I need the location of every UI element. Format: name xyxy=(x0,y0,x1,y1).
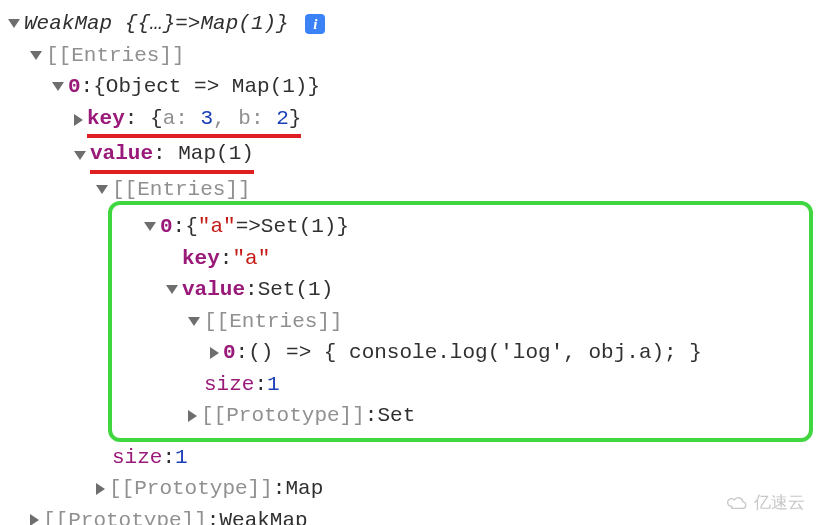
info-icon[interactable]: i xyxy=(305,14,325,34)
entry-0-row[interactable]: 0 : {Object => Map(1)} xyxy=(8,71,813,103)
key-b-val: 2 xyxy=(276,107,289,130)
inner-key-value: "a" xyxy=(232,243,270,275)
map-proto-label: [[Prototype]] xyxy=(109,473,273,505)
inner-value-summary: Set(1) xyxy=(258,274,334,306)
set-entry-0-row[interactable]: 0 : () => { console.log('log', obj.a); } xyxy=(122,337,799,369)
inner-value-row[interactable]: value : Set(1) xyxy=(122,274,799,306)
chevron-right-icon[interactable] xyxy=(30,514,39,525)
weakmap-proto-row[interactable]: [[Prototype]] : WeakMap xyxy=(8,505,813,526)
chevron-right-icon[interactable] xyxy=(188,410,197,422)
key-label: key xyxy=(87,107,125,130)
set-entry-value: () => { console.log('log', obj.a); } xyxy=(248,337,702,369)
map-proto-value: Map xyxy=(285,473,323,505)
chevron-right-icon[interactable] xyxy=(96,483,105,495)
entries-row[interactable]: [[Entries]] xyxy=(8,40,813,72)
inner-entries-label: [[Entries]] xyxy=(112,174,251,206)
entry-0-value-row[interactable]: value: Map(1) xyxy=(8,138,813,174)
map-size-value: 1 xyxy=(175,442,188,474)
chevron-down-icon[interactable] xyxy=(96,185,108,194)
chevron-right-icon[interactable] xyxy=(74,114,83,126)
highlighted-group: 0 : { "a" => Set(1) } key : "a" value : … xyxy=(108,201,813,442)
chevron-down-icon[interactable] xyxy=(30,51,42,60)
watermark-text: 亿速云 xyxy=(754,490,805,516)
root-summary-close: Map(1)} xyxy=(200,8,288,40)
root-summary-arrow: => xyxy=(175,8,200,40)
inner-key-row[interactable]: key : "a" xyxy=(122,243,799,275)
inner-entry-value-type: Set(1) xyxy=(261,211,337,243)
chevron-down-icon[interactable] xyxy=(166,285,178,294)
chevron-down-icon[interactable] xyxy=(74,151,86,160)
set-size-label: size xyxy=(204,369,254,401)
entry-index: 0 xyxy=(68,71,81,103)
cloud-icon xyxy=(724,494,750,511)
chevron-down-icon[interactable] xyxy=(52,82,64,91)
key-a-label: a xyxy=(163,107,176,130)
chevron-right-icon[interactable] xyxy=(210,347,219,359)
root-summary-open: {{…} xyxy=(125,8,175,40)
weakmap-proto-value: WeakMap xyxy=(219,505,307,526)
chevron-down-icon[interactable] xyxy=(188,317,200,326)
inner-entry-key-literal: "a" xyxy=(198,211,236,243)
set-size-row[interactable]: size : 1 xyxy=(122,369,799,401)
chevron-down-icon[interactable] xyxy=(144,222,156,231)
map-size-row[interactable]: size : 1 xyxy=(8,442,813,474)
root-type: WeakMap xyxy=(24,8,112,40)
entry-summary: {Object => Map(1)} xyxy=(93,71,320,103)
inner-key-label: key xyxy=(182,243,220,275)
root-header[interactable]: WeakMap {{…} => Map(1)} i xyxy=(8,8,813,40)
entry-0-key-row[interactable]: key: {a: 3, b: 2} xyxy=(8,103,813,139)
set-proto-value: Set xyxy=(377,400,415,432)
set-proto-label: [[Prototype]] xyxy=(201,400,365,432)
key-a-val: 3 xyxy=(200,107,213,130)
set-entries-label: [[Entries]] xyxy=(204,306,343,338)
set-proto-row[interactable]: [[Prototype]] : Set xyxy=(122,400,799,432)
weakmap-proto-label: [[Prototype]] xyxy=(43,505,207,526)
map-proto-row[interactable]: [[Prototype]] : Map xyxy=(8,473,813,505)
map-size-label: size xyxy=(112,442,162,474)
inner-entry-0-row[interactable]: 0 : { "a" => Set(1) } xyxy=(122,211,799,243)
key-b-label: b xyxy=(238,107,251,130)
set-size-value: 1 xyxy=(267,369,280,401)
chevron-down-icon[interactable] xyxy=(8,19,20,28)
entries-label: [[Entries]] xyxy=(46,40,185,72)
inner-value-label: value xyxy=(182,274,245,306)
value-label: value xyxy=(90,142,153,165)
value-summary: Map(1) xyxy=(178,142,254,165)
set-entries-row[interactable]: [[Entries]] xyxy=(122,306,799,338)
watermark: 亿速云 xyxy=(724,490,805,516)
set-entry-index: 0 xyxy=(223,337,236,369)
inner-entry-index: 0 xyxy=(160,211,173,243)
